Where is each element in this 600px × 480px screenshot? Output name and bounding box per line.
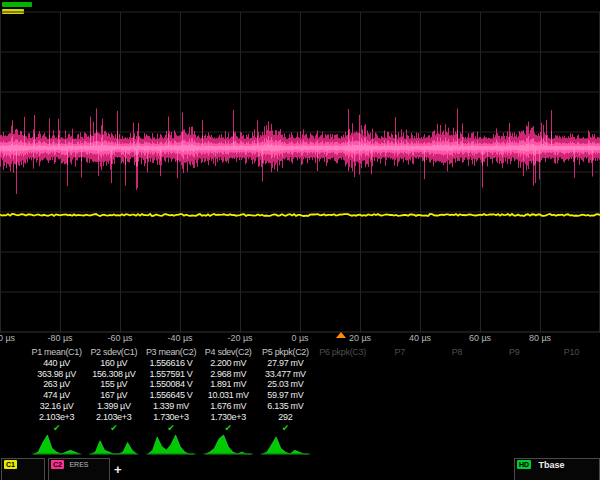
measurement-value: 2.968 mV	[200, 369, 257, 380]
channel-c2-descriptor[interactable]: C2 ERES DC1M 10.0 mV	[48, 458, 110, 480]
measurement-value: 474 µV	[28, 390, 85, 401]
measurement-value: 167 µV	[85, 390, 142, 401]
measurement-value	[314, 369, 371, 380]
measurement-value: 1.730e+3	[142, 412, 199, 423]
measurement-value	[314, 401, 371, 412]
hd-mode-badge: HD	[517, 460, 531, 469]
timebase-descriptor[interactable]: HD Tbase 13 Bits 20.0 µs/div	[514, 458, 600, 480]
measurement-value	[314, 379, 371, 390]
measurement-value	[428, 379, 485, 390]
measurement-column-header-p5[interactable]: P5 pkpk(C2)	[257, 347, 314, 358]
measurement-value	[543, 358, 600, 369]
measurement-value	[486, 401, 543, 412]
graticule-grid	[0, 12, 600, 332]
measurement-value: 6.135 mV	[257, 401, 314, 412]
time-axis: -100 µs-80 µs-60 µs-40 µs-20 µs0 µs20 µs…	[0, 333, 600, 346]
measurement-value: 32.16 µV	[28, 401, 85, 412]
row-label-spacer	[0, 347, 28, 358]
histicon-p3[interactable]	[148, 435, 194, 454]
measurement-value: 2.200 mV	[200, 358, 257, 369]
measurement-value	[428, 358, 485, 369]
c1-baseline-trace[interactable]	[0, 214, 600, 216]
histicon-p4[interactable]	[205, 435, 251, 454]
time-tick-label: -20 µs	[227, 333, 252, 343]
c2-chip: C2	[51, 460, 64, 469]
measurement-value	[371, 358, 428, 369]
c1-chip: C1	[4, 460, 17, 469]
time-tick-label: 0 µs	[291, 333, 308, 343]
row-label-spacer	[0, 401, 28, 412]
measurement-value: 1.550084 V	[142, 379, 199, 390]
measurement-value: 1.730e+3	[200, 412, 257, 423]
time-tick-label: 20 µs	[349, 333, 371, 343]
measurement-value: 1.891 mV	[200, 379, 257, 390]
time-tick-label: -80 µs	[47, 333, 72, 343]
measurement-value: 155 µV	[85, 379, 142, 390]
measurement-column-header-p9[interactable]: P9	[486, 347, 543, 358]
measurement-column-header-p4[interactable]: P4 sdev(C2)	[200, 347, 257, 358]
trigger-position-marker[interactable]	[336, 332, 346, 338]
measurement-column-header-p10[interactable]: P10	[543, 347, 600, 358]
measurement-column-header-p7[interactable]: P7	[371, 347, 428, 358]
measurement-value	[486, 390, 543, 401]
measurement-value: 1.556616 V	[142, 358, 199, 369]
measurement-value: 1.399 µV	[85, 401, 142, 412]
measurement-value	[371, 369, 428, 380]
measurement-value	[486, 412, 543, 423]
measurement-value	[543, 390, 600, 401]
measurement-value: 2.103e+3	[28, 412, 85, 423]
measurement-value: 1.339 mV	[142, 401, 199, 412]
waveform-display[interactable]	[0, 0, 600, 333]
oscilloscope-screen: -100 µs-80 µs-60 µs-40 µs-20 µs0 µs20 µs…	[0, 0, 600, 480]
histicon-p2[interactable]	[91, 441, 137, 454]
measurement-value	[314, 390, 371, 401]
measurement-value	[486, 369, 543, 380]
measurement-value	[486, 358, 543, 369]
measurement-column-header-p2[interactable]: P2 sdev(C1)	[85, 347, 142, 358]
row-label-spacer	[0, 390, 28, 401]
crosshair-marker[interactable]: +	[114, 463, 122, 476]
measurement-value: 440 µV	[28, 358, 85, 369]
measurement-value: 263 µV	[28, 379, 85, 390]
measurement-column-header-p8[interactable]: P8	[428, 347, 485, 358]
measurement-value	[543, 401, 600, 412]
measurement-value: 27.97 mV	[257, 358, 314, 369]
measurement-table: P1 mean(C1)P2 sdev(C1)P3 mean(C2)P4 sdev…	[0, 347, 600, 433]
measurement-value: 292	[257, 412, 314, 423]
row-label-spacer	[0, 358, 28, 369]
measurement-value	[543, 369, 600, 380]
measurement-value: 160 µV	[85, 358, 142, 369]
measurement-value: 2.103e+3	[85, 412, 142, 423]
time-tick-label: 60 µs	[469, 333, 491, 343]
measurement-value	[543, 412, 600, 423]
histicon-p1[interactable]	[34, 435, 80, 454]
row-label-spacer	[0, 412, 28, 423]
measurement-value: 363.98 µV	[28, 369, 85, 380]
measurement-value: 1.556645 V	[142, 390, 199, 401]
measurement-value	[428, 390, 485, 401]
c2-process-label: ERES	[68, 460, 89, 469]
measurement-value: 33.477 mV	[257, 369, 314, 380]
measurement-column-header-p6[interactable]: P6 pkpk(C3)	[314, 347, 371, 358]
measurement-value	[371, 390, 428, 401]
channel-c1-descriptor[interactable]: C1 DC1M 0 mV	[1, 458, 45, 480]
measurement-value: 1.676 mV	[200, 401, 257, 412]
row-label-spacer	[0, 369, 28, 380]
measurement-value	[314, 412, 371, 423]
measurement-value: 156.308 µV	[85, 369, 142, 380]
row-label-spacer	[0, 379, 28, 390]
measurement-value	[486, 379, 543, 390]
measurement-value: 25.03 mV	[257, 379, 314, 390]
time-tick-label: -40 µs	[167, 333, 192, 343]
measurement-column-header-p1[interactable]: P1 mean(C1)	[28, 347, 85, 358]
measurement-value	[543, 379, 600, 390]
measurement-histicons[interactable]	[0, 430, 600, 457]
time-tick-label: -100 µs	[0, 333, 15, 343]
measurement-column-header-p3[interactable]: P3 mean(C2)	[142, 347, 199, 358]
measurement-value	[371, 401, 428, 412]
measurement-value	[428, 412, 485, 423]
time-tick-label: 40 µs	[409, 333, 431, 343]
histicon-p5[interactable]	[262, 437, 308, 454]
measurement-value: 59.97 mV	[257, 390, 314, 401]
measurement-value	[371, 412, 428, 423]
